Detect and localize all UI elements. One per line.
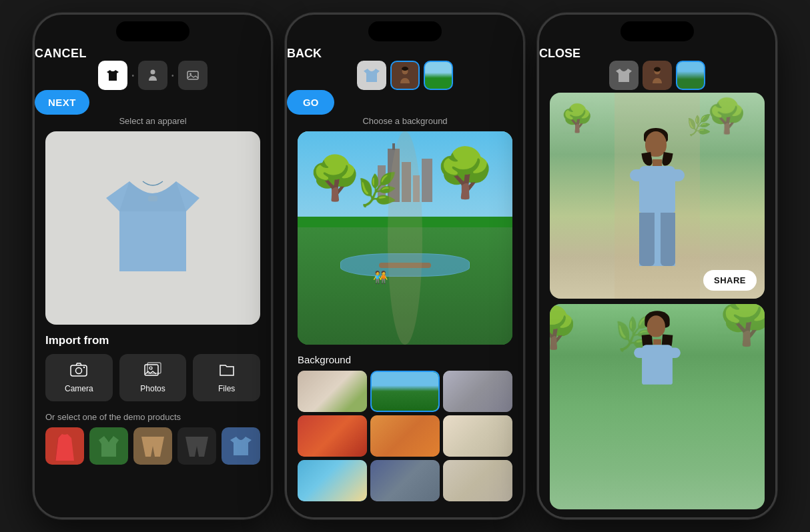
bg-option-city[interactable] <box>443 371 512 412</box>
volume-down-button-3[interactable] <box>537 131 539 155</box>
person-thumb-result[interactable] <box>643 61 672 90</box>
close-button[interactable]: CLOSE <box>539 47 580 60</box>
demo-item-dress[interactable] <box>45 427 84 465</box>
bg-city-img <box>443 371 512 412</box>
background-title: Background <box>298 354 512 365</box>
power-button-3[interactable] <box>775 118 777 158</box>
bg-option-beach[interactable] <box>298 460 367 501</box>
tshirt-image <box>86 161 220 295</box>
cancel-button[interactable]: CANCEL <box>35 47 87 60</box>
bg-option-desert[interactable] <box>370 415 440 457</box>
person-step-icon[interactable] <box>138 61 167 90</box>
body-tshirt-2 <box>642 345 673 385</box>
leg-right-1 <box>661 213 676 266</box>
phone3-screen: CLOSE <box>539 41 775 517</box>
image-step-icon[interactable] <box>178 61 208 90</box>
bg-option-urban[interactable] <box>370 460 440 501</box>
bg-option-interior[interactable] <box>443 415 512 457</box>
result-image-1[interactable]: 🌳 🌳 🌿 <box>550 93 765 299</box>
phone2-screen: BACK GO <box>287 41 523 517</box>
bg-tree-4: 🌳 <box>550 304 578 351</box>
bg-option-indoor[interactable] <box>298 371 367 412</box>
bg-desert-img <box>370 415 440 457</box>
bg-option-studio[interactable] <box>443 460 512 501</box>
arms-1 <box>630 169 685 181</box>
back-button[interactable]: BACK <box>287 47 322 60</box>
phone3-top-bar: CLOSE <box>539 47 775 90</box>
park-scene: 🌳 🌳 🌿 🧑‍🤝‍🧑 <box>298 131 512 345</box>
camera-icon <box>70 362 87 381</box>
photos-label: Photos <box>140 384 165 393</box>
choose-background-label: Choose a background <box>287 116 523 126</box>
volume-down-button-2[interactable] <box>285 131 287 155</box>
demo-products-section: Or select one of the demo products <box>35 405 271 471</box>
volume-up-button-2[interactable] <box>285 101 287 125</box>
bg-option-park[interactable] <box>370 371 440 412</box>
volume-up-button-3[interactable] <box>537 101 539 125</box>
svg-point-9 <box>149 367 152 369</box>
person-full-body-1 <box>639 131 675 266</box>
leg-left-1 <box>639 213 655 266</box>
step-dot-1: • <box>131 72 134 79</box>
bg-beach-img <box>298 460 367 501</box>
result-image-2[interactable]: 🌳 🌳 🌿 <box>550 304 765 510</box>
demo-item-black-shorts[interactable] <box>177 427 216 465</box>
bg-urban-img <box>370 460 440 501</box>
demo-title: Or select one of the demo products <box>45 412 260 422</box>
camera-import-button[interactable]: Camera <box>45 354 113 401</box>
body-tshirt-1 <box>639 166 675 213</box>
bg-brick-img <box>298 415 367 457</box>
bg-interior-img <box>443 415 512 457</box>
background-section: Background <box>287 350 523 505</box>
import-buttons-row: Camera Photos <box>45 354 260 401</box>
tshirt-thumb[interactable] <box>357 61 386 90</box>
power-button[interactable] <box>271 118 273 158</box>
leg-gap-1 <box>657 213 659 266</box>
tshirt-thumb-result[interactable] <box>609 61 639 90</box>
park-thumb-result[interactable] <box>676 61 705 90</box>
demo-item-hoodie[interactable] <box>89 427 128 465</box>
result-scene-1: 🌳 🌳 🌿 <box>550 93 765 299</box>
dynamic-island-2 <box>368 21 442 41</box>
share-button[interactable]: SHARE <box>703 270 757 291</box>
tree-right: 🌳 <box>435 149 495 197</box>
building-5 <box>422 159 432 202</box>
phone-3: CLOSE <box>537 13 777 519</box>
bg-option-brick[interactable] <box>298 415 367 457</box>
camera-label: Camera <box>65 384 93 393</box>
photos-icon <box>144 362 161 381</box>
step-dot-2: • <box>171 72 174 79</box>
svg-point-2 <box>189 73 191 75</box>
demo-item-tshirt[interactable] <box>222 427 260 465</box>
files-import-button[interactable]: Files <box>193 354 260 401</box>
person-thumb[interactable] <box>390 61 420 90</box>
tshirt-step-icon[interactable] <box>98 61 127 90</box>
select-apparel-label: Select an apparel <box>35 116 271 126</box>
person-upper-body-2 <box>642 315 673 385</box>
volume-up-button[interactable] <box>33 101 35 125</box>
power-button-2[interactable] <box>523 118 525 158</box>
demo-item-shorts[interactable] <box>133 427 172 465</box>
park-thumb[interactable] <box>424 61 453 90</box>
bg-indoor-img <box>298 371 367 412</box>
main-background-preview[interactable]: 🌳 🌳 🌿 🧑‍🤝‍🧑 <box>298 131 512 345</box>
files-label: Files <box>218 384 235 393</box>
phone1-top-bar: CANCEL • • <box>35 47 271 115</box>
antenna <box>392 143 395 150</box>
bg-tree-2: 🌳 <box>706 97 747 135</box>
result-scene-2: 🌳 🌳 🌿 <box>550 304 765 510</box>
phone1-screen: CANCEL • • <box>35 41 271 517</box>
svg-point-0 <box>151 70 155 75</box>
volume-down-button[interactable] <box>33 131 35 155</box>
background-grid <box>298 371 512 501</box>
head-container-1 <box>645 131 669 161</box>
phone-1: CANCEL • • <box>33 13 273 519</box>
apparel-preview-area[interactable] <box>45 131 260 325</box>
arms-2 <box>634 347 681 357</box>
svg-rect-3 <box>148 196 157 201</box>
import-section: Import from Camera <box>35 325 271 405</box>
photos-import-button[interactable]: Photos <box>119 354 187 401</box>
go-button[interactable]: GO <box>287 90 334 115</box>
phone2-top-bar: BACK GO <box>287 47 523 115</box>
next-button[interactable]: NEXT <box>35 90 89 115</box>
